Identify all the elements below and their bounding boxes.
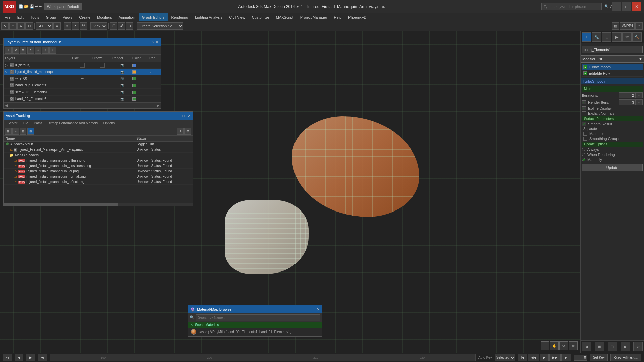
menu-civil-view[interactable]: Civil View — [226, 13, 248, 21]
color-screw[interactable] — [132, 90, 136, 94]
close-btn[interactable]: ✕ — [632, 2, 641, 11]
menu-lighting-analysis[interactable]: Lighting Analysis — [192, 13, 226, 21]
scale-btn[interactable]: ⊡ — [25, 22, 33, 30]
menu-phoenixfd[interactable]: PhoenixFD — [345, 13, 370, 21]
modifier-list-header[interactable]: Modifier List ▼ — [581, 55, 644, 63]
asset-icon-btn[interactable]: ⊟ — [20, 128, 26, 135]
ribbon-btn[interactable]: ▤ — [612, 22, 619, 30]
playback-fwd-btn[interactable]: ▶▶ — [549, 354, 561, 361]
asset-list-btn[interactable]: ⊞ — [5, 128, 12, 135]
toolbar-new[interactable]: 📄 — [19, 4, 23, 9]
play-btn[interactable]: ⏮ — [3, 354, 12, 361]
layer-select-btn[interactable]: ↖ — [27, 47, 34, 54]
snap-btn[interactable]: ⌗ — [64, 22, 71, 30]
set-key-btn[interactable]: Set Key — [590, 354, 608, 361]
layer-move-up-btn[interactable]: ↑ — [42, 47, 49, 54]
editable-poly-checkbox[interactable]: ■ — [583, 71, 587, 75]
menu-rendering[interactable]: Rendering — [168, 13, 192, 21]
menu-maxscript[interactable]: MAXScript — [273, 13, 297, 21]
render-iters-chk[interactable]: ✓ — [582, 100, 586, 104]
menu-animation[interactable]: Animation — [115, 13, 139, 21]
update-btn[interactable]: Update — [582, 164, 643, 171]
menu-graph-editors[interactable]: Graph Editors — [139, 13, 168, 21]
manually-radio[interactable] — [582, 158, 585, 161]
layer-help-icon[interactable]: ? — [152, 40, 154, 44]
nav-next-btn[interactable]: ▶ — [621, 342, 630, 351]
asset-menu-bitmap[interactable]: Bitmap Performance and Memory — [45, 120, 101, 127]
isolate-btn[interactable]: ⊙ — [126, 22, 133, 30]
angle-snap-btn[interactable]: ∡ — [72, 22, 79, 30]
menu-help[interactable]: Help — [330, 13, 345, 21]
playback-start-btn[interactable]: |◀ — [518, 354, 528, 361]
iterations-value[interactable]: 2 — [619, 92, 635, 98]
key-filters-btn[interactable]: Key Filters... — [610, 354, 641, 361]
smoothing-groups-chk[interactable] — [583, 137, 587, 141]
layer-move-down-btn[interactable]: ↓ — [49, 47, 56, 54]
asset-menu-file[interactable]: File — [20, 120, 31, 127]
playback-play-btn[interactable]: ▶ — [540, 354, 549, 361]
nav-motion-icon[interactable]: ▶ — [612, 32, 622, 42]
nav-modify-icon[interactable]: 🔧 — [592, 32, 601, 42]
menu-customize[interactable]: Customize — [249, 13, 273, 21]
rotate-btn[interactable]: ↻ — [17, 22, 25, 30]
modifier-entry-editable-poly[interactable]: ■ Editable Poly — [582, 70, 643, 77]
color-wire[interactable] — [132, 77, 136, 80]
layer-highlight-btn[interactable]: ☆ — [35, 47, 41, 54]
toolbar-save[interactable]: 💾 — [30, 4, 34, 9]
color-default[interactable] — [132, 64, 136, 67]
asset-row-reflect[interactable]: ⚠PNGinjured_firstaid_mannequin_reflect.p… — [4, 179, 193, 185]
color-handcup[interactable] — [132, 84, 136, 87]
explicit-normals-chk[interactable] — [582, 111, 586, 115]
material-close-btn[interactable]: ✕ — [317, 307, 320, 312]
layer-new-btn[interactable]: + — [5, 47, 12, 54]
asset-row-diffuse[interactable]: ⚠PNGinjured_firstaid_mannequin_diffuse.p… — [4, 158, 193, 163]
maximize-btn[interactable]: □ — [622, 2, 631, 11]
asset-row-ior[interactable]: ⚠PNGinjured_firstaid_mannequin_ior.png U… — [4, 169, 193, 174]
vmpp-btn[interactable]: VMPP4 — [620, 22, 635, 30]
asset-table-btn[interactable]: ⊡ — [27, 128, 34, 135]
viewport-area[interactable]: [+] [Perspective] [Realistic + Edged Fac… — [0, 31, 580, 353]
frame-input[interactable]: 0 — [574, 355, 587, 361]
asset-scrollbar[interactable] — [4, 203, 118, 206]
asset-row-normal[interactable]: ⚠PNGinjured_firstaid_mannequin_normal.pn… — [4, 174, 193, 179]
menu-views[interactable]: Views — [59, 13, 76, 21]
always-radio[interactable] — [582, 148, 585, 151]
modifier-entry-turbosmooth[interactable]: ■ TurboSmooth — [582, 64, 643, 70]
select-filter-btn[interactable]: ≡ — [53, 22, 61, 30]
turbosmooth-checkbox[interactable]: ■ — [583, 65, 587, 69]
menu-tools[interactable]: Tools — [27, 13, 43, 21]
asset-row-maps[interactable]: 📁Maps / Shaders — [4, 153, 193, 158]
select-obj-btn[interactable]: ☐ — [110, 22, 117, 30]
toolbar-redo[interactable]: ↪ — [39, 4, 42, 9]
nav-zoom-btn[interactable]: ⊕ — [633, 342, 643, 351]
render-iters-value[interactable]: 3 — [619, 99, 635, 105]
asset-settings-btn[interactable]: ⚙ — [184, 128, 191, 135]
mat-item-plastic[interactable]: plastic ( VRayMtl ) [hand_00_Elements1, … — [188, 328, 322, 336]
asset-menu-paths[interactable]: Paths — [31, 120, 45, 127]
when-rendering-radio[interactable] — [582, 153, 585, 156]
iterations-up[interactable]: ▲ — [635, 92, 643, 98]
vp-maximize-btn[interactable]: ⊞ — [541, 341, 549, 350]
layer-row-hand02[interactable]: ⬡ hand_02_Elements6 📷 — [4, 96, 161, 102]
layer-add-btn[interactable]: ⊕ — [20, 47, 26, 54]
next-btn[interactable]: ▶ — [26, 354, 35, 361]
scroll-left-btn[interactable]: ◀ — [5, 103, 8, 108]
toolbar-undo[interactable]: ↩ — [35, 4, 38, 9]
warn-btn[interactable]: ⚠ — [635, 22, 643, 30]
asset-menu-server[interactable]: Server — [5, 120, 20, 127]
search-input[interactable] — [541, 3, 602, 10]
asset-maximize-btn[interactable]: □ — [182, 114, 185, 118]
color-mannequin[interactable] — [132, 70, 136, 74]
asset-row-max-file[interactable]: ⚠■Injured_Firstaid_Mannequin_Arm_vray.ma… — [4, 147, 193, 153]
select-btn[interactable]: ↖ — [1, 22, 9, 30]
nav-end-btn[interactable]: ⊟ — [608, 342, 617, 351]
percent-snap-btn[interactable]: % — [80, 22, 87, 30]
layer-row-mannequin[interactable]: ▽⬡ injured_firstaid_mannequin ─ ─ 📷 ✓ — [4, 69, 161, 75]
asset-row-gloss[interactable]: ⚠PNGinjured_firstaid_mannequin_glossines… — [4, 163, 193, 169]
prev-btn[interactable]: ◀ — [15, 354, 23, 361]
menu-modifiers[interactable]: Modifiers — [94, 13, 115, 21]
move-btn[interactable]: ✛ — [9, 22, 17, 30]
layer-delete-btn[interactable]: ✕ — [12, 47, 19, 54]
modifier-name-input[interactable] — [582, 46, 643, 53]
nav-hierarchy-icon[interactable]: ⊞ — [602, 32, 611, 42]
